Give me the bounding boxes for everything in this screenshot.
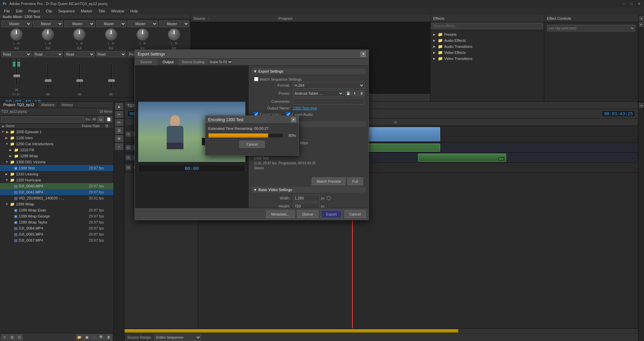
channel-5-select[interactable]: Master [128, 20, 158, 27]
preset-select[interactable]: Android Tablet ... [293, 90, 344, 97]
channel-2-fader-track[interactable] [47, 63, 49, 90]
list-item[interactable]: ▼ 📁 1200 Car Introductions [0, 141, 113, 147]
basic-video-section-title[interactable]: ▼ Basic Video Settings [251, 187, 366, 193]
list-item[interactable]: ▶ 📁 1100 Intro [0, 135, 113, 141]
encoding-dialog[interactable]: Encoding 1300 Test ✕ Estimated Time Rema… [205, 115, 299, 156]
export-button[interactable]: Export [321, 210, 342, 218]
list-item[interactable]: ▶ 📁 1210 Fill [0, 147, 113, 153]
channel-1-select[interactable]: Master [1, 20, 31, 27]
format-select[interactable]: H.264 [293, 82, 365, 89]
far-right-btn-1[interactable]: ◄ [639, 103, 644, 108]
channel-master-select[interactable]: Master [159, 20, 189, 27]
list-item[interactable]: ▣ 1399 Wrap Taylor 29.97 fps [0, 219, 113, 225]
channel-1-fader-thumb[interactable] [13, 75, 20, 77]
effects-tree-item-audio-transitions[interactable]: ▶ 📁 Audio Transitions [432, 44, 543, 50]
channel-master-knob[interactable] [168, 28, 180, 40]
effects-tree-item-presets[interactable]: ▶ 📁 Presets [432, 31, 543, 37]
automate-btn[interactable]: → [91, 334, 97, 340]
channel-3-mode[interactable]: Read [64, 51, 94, 57]
source-range-select[interactable]: Entire Sequence [154, 334, 201, 341]
right-btn-1[interactable]: ◄ [639, 16, 644, 21]
track-audio6-toggle[interactable]: A [126, 155, 131, 160]
tool-razor[interactable]: ✂ [115, 111, 123, 118]
clear-btn[interactable]: 🗑 [105, 334, 112, 340]
find-btn[interactable]: 🔍 [98, 334, 105, 340]
menu-marker[interactable]: Marker [78, 8, 95, 14]
list-item[interactable]: ▶ 📁 1310 Leaving [0, 171, 113, 177]
new-sequence-btn[interactable]: ▣ [83, 334, 90, 340]
menu-project[interactable]: Project [26, 8, 43, 14]
width-input[interactable] [293, 195, 320, 201]
channel-3-fader-thumb[interactable] [76, 79, 83, 82]
preset-import-btn[interactable]: ⬆ [352, 90, 358, 96]
comments-input[interactable] [293, 98, 365, 105]
effects-tree-item-video-transitions[interactable]: ▶ 📁 Video Transitions [432, 56, 543, 62]
channel-3-knob[interactable] [73, 28, 85, 40]
height-input[interactable] [293, 203, 320, 208]
preset-save-btn[interactable]: 💾 [345, 90, 351, 96]
encoding-close-button[interactable]: ✕ [291, 117, 296, 122]
channel-4-knob[interactable] [105, 28, 117, 40]
new-folder-btn[interactable]: 🗂 [97, 116, 104, 122]
list-item[interactable]: ▣ 1399 Wrap Evan 29.97 fps [0, 207, 113, 213]
cancel-button[interactable]: Cancel [344, 210, 366, 218]
menu-edit[interactable]: Edit [13, 8, 25, 14]
list-item[interactable]: ▤ VID_20190901_140033 - ... 30.01 fps [0, 195, 113, 201]
effects-tree-item-video-effects[interactable]: ▶ 📁 Video Effects [432, 50, 543, 56]
track-master-toggle[interactable]: M [126, 165, 131, 170]
export-tab-source[interactable]: Source [135, 59, 157, 65]
queue-button[interactable]: Queue [297, 210, 318, 218]
effects-tree-item-audio-effects[interactable]: ▶ 📁 Audio Effects [432, 37, 543, 44]
effects-search-input[interactable] [432, 23, 543, 29]
menu-title[interactable]: Title [96, 8, 108, 14]
new-item-btn[interactable]: 📄 [105, 116, 112, 122]
clip-select-dropdown[interactable]: (no clip selected) [547, 25, 635, 31]
minimize-button[interactable]: ─ [622, 1, 627, 6]
new-bin-btn[interactable]: 📂 [76, 334, 83, 340]
col-misc-header[interactable]: M [105, 124, 112, 128]
channel-4-mode[interactable]: Read [96, 51, 126, 57]
channel-2-knob[interactable] [42, 28, 54, 40]
match-prev-button[interactable]: Match Preview [312, 177, 346, 185]
list-item[interactable]: ▤ DJI_0040.MP4 29.97 fps [0, 183, 113, 189]
channel-3-fader-track[interactable] [78, 63, 80, 90]
list-item[interactable]: ▤ DJI_0041.MP4 29.97 fps [0, 189, 113, 195]
tool-select[interactable]: ▲ [115, 103, 123, 110]
tab-history[interactable]: History [58, 102, 77, 108]
encoding-cancel-button[interactable]: Cancel [239, 141, 265, 148]
freeform-view-btn[interactable]: ⊡ [16, 334, 23, 340]
list-item[interactable]: ▤ DJI_0067.MP4 29.97 fps [0, 237, 113, 243]
menu-help[interactable]: Help [128, 8, 141, 14]
col-name-header[interactable]: ▲ Name [1, 124, 82, 128]
track-a1-toggle[interactable]: A1 [126, 145, 131, 150]
channel-4-fader-track[interactable] [110, 63, 112, 90]
col-fps-header[interactable]: Frame Rate [82, 124, 105, 128]
restore-button[interactable]: □ [629, 1, 634, 6]
export-settings-section-title[interactable]: ▼ Export Settings [251, 68, 366, 74]
channel-5-knob[interactable] [137, 28, 149, 40]
track-v1-toggle[interactable]: V [126, 132, 131, 137]
list-item[interactable]: ▣ 1300 Test 29.97 fps [0, 165, 113, 171]
full-button[interactable]: Full [347, 177, 363, 185]
list-item[interactable]: ▤ DJI_0065.MP4 29.97 fps [0, 231, 113, 237]
menu-window[interactable]: Window [108, 8, 127, 14]
list-item[interactable]: ▶ 📁 1299 Wrap [0, 153, 113, 159]
link-icon[interactable] [327, 196, 331, 200]
timeline-scroll-thumb[interactable] [125, 329, 458, 333]
menu-clip[interactable]: Clip [43, 8, 55, 14]
channel-1-mode[interactable]: Read [1, 51, 31, 57]
tool-hand[interactable]: ☰ [115, 127, 123, 134]
track-clip-audio6[interactable]: DJI [418, 154, 506, 162]
close-button[interactable]: ✕ [637, 1, 641, 6]
list-item[interactable]: ▼ 📁 1320 Hurricane [0, 177, 113, 183]
list-item[interactable]: ▼ 📁 1399 Wrap [0, 201, 113, 207]
tool-pen[interactable]: ✏ [115, 119, 123, 126]
preset-delete-btn[interactable]: 🗑 [358, 90, 365, 96]
channel-3-select[interactable]: Master [64, 20, 94, 27]
channel-4-select[interactable]: Master [96, 20, 126, 27]
channel-2-mode[interactable]: Read [33, 51, 63, 57]
source-scaling-select[interactable]: Scale To Fit [208, 59, 233, 65]
tool-audio[interactable]: ♪ [115, 143, 123, 150]
list-item[interactable]: ▼ 📁 1300 D01 Victoria [0, 159, 113, 165]
channel-1-fader-track[interactable] [15, 59, 17, 85]
